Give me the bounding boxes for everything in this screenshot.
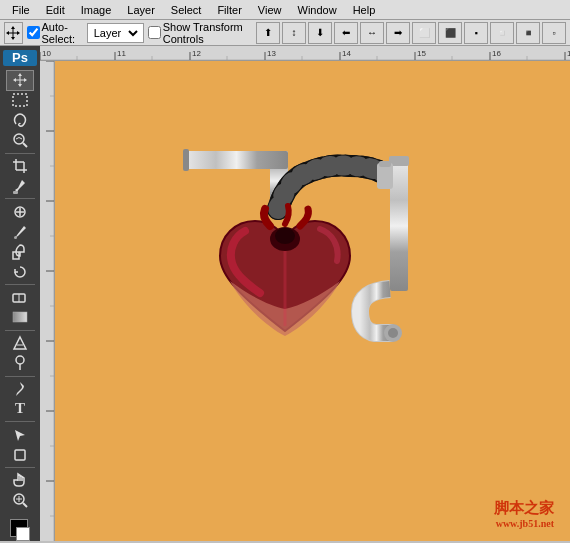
menu-filter[interactable]: Filter [209,2,249,18]
shape-tool[interactable] [7,445,33,464]
distribute-right-button[interactable]: ▫ [542,22,566,44]
svg-rect-74 [379,161,391,167]
svg-text:13: 13 [267,49,276,58]
align-top-button[interactable]: ⬆ [256,22,280,44]
pen-tool[interactable] [7,379,33,398]
watermark-url: www.jb51.net [494,518,554,529]
tool-divider-6 [5,421,35,422]
menu-help[interactable]: Help [345,2,384,18]
dodge-tool[interactable] [7,354,33,373]
align-bottom-button[interactable]: ⬇ [308,22,332,44]
menu-image[interactable]: Image [73,2,120,18]
heart-organ [220,206,350,336]
menu-bar: File Edit Image Layer Select Filter View… [0,0,570,20]
svg-rect-19 [15,450,25,460]
layer-dropdown[interactable]: Layer Group [87,23,144,43]
svg-text:10: 10 [42,49,51,58]
auto-select-group: Auto-Select: [27,21,83,45]
auto-select-label: Auto-Select: [42,21,83,45]
svg-line-21 [23,503,27,507]
move-tool[interactable] [7,71,33,90]
menu-window[interactable]: Window [290,2,345,18]
clone-stamp-tool[interactable] [7,242,33,261]
blur-tool[interactable] [7,334,33,353]
show-transform-group: Show Transform Controls [148,21,252,45]
eyedropper-tool[interactable] [7,176,33,195]
path-selection-tool[interactable] [7,425,33,444]
eraser-tool[interactable] [7,288,33,307]
menu-edit[interactable]: Edit [38,2,73,18]
horizontal-ruler: 10 11 12 13 14 15 16 17 [40,46,570,61]
tool-divider-7 [5,467,35,468]
marquee-tool[interactable] [7,91,33,110]
canvas-content[interactable]: 脚本之家 www.jb51.net [55,61,570,541]
menu-view[interactable]: View [250,2,290,18]
distribute-hcenter-button[interactable]: ◾ [516,22,540,44]
crop-tool[interactable] [7,156,33,175]
tool-divider-5 [5,376,35,377]
watermark: 脚本之家 www.jb51.net [494,499,554,529]
history-brush-tool[interactable] [7,262,33,281]
vertical-ruler [40,61,55,541]
align-hcenter-button[interactable]: ↔ [360,22,384,44]
distribute-left-button[interactable]: ◽ [490,22,514,44]
tool-divider-3 [5,284,35,285]
svg-line-2 [23,143,27,147]
brush-tool[interactable] [7,222,33,241]
svg-text:11: 11 [117,49,126,58]
svg-text:14: 14 [342,49,351,58]
svg-text:16: 16 [492,49,501,58]
svg-rect-49 [40,61,55,541]
watermark-site: 脚本之家 [494,499,554,518]
svg-rect-15 [13,312,27,322]
background-color[interactable] [16,527,30,541]
align-vcenter-button[interactable]: ↕ [282,22,306,44]
distribute-vcenter-button[interactable]: ⬛ [438,22,462,44]
svg-rect-66 [185,151,288,169]
svg-rect-0 [13,94,27,106]
svg-point-76 [275,228,295,244]
hand-tool[interactable] [7,471,33,490]
menu-select[interactable]: Select [163,2,210,18]
ps-logo: Ps [3,50,37,66]
text-tool[interactable]: T [7,399,33,418]
distribute-bottom-button[interactable]: ▪ [464,22,488,44]
svg-text:15: 15 [417,49,426,58]
svg-point-17 [16,356,24,364]
distribute-top-button[interactable]: ⬜ [412,22,436,44]
tool-divider-2 [5,198,35,199]
show-transform-label: Show Transform Controls [163,21,252,45]
align-left-button[interactable]: ⬅ [334,22,358,44]
canvas-wrapper: 脚本之家 www.jb51.net [55,61,570,541]
menu-file[interactable]: File [4,2,38,18]
menu-layer[interactable]: Layer [119,2,163,18]
svg-point-11 [14,236,17,239]
svg-rect-7 [13,191,18,194]
options-bar: Auto-Select: Layer Group Show Transform … [0,20,570,46]
lasso-tool[interactable] [7,111,33,130]
tool-divider-4 [5,330,35,331]
auto-select-checkbox[interactable] [27,26,40,39]
move-tool-options-icon[interactable] [4,22,23,44]
align-right-button[interactable]: ➡ [386,22,410,44]
quick-select-tool[interactable] [7,131,33,150]
zoom-tool[interactable] [7,491,33,510]
show-transform-checkbox[interactable] [148,26,161,39]
svg-point-70 [388,328,398,338]
toolbox: Ps [0,46,40,541]
flex-hose [278,165,383,209]
svg-text:12: 12 [192,49,201,58]
svg-rect-67 [183,149,189,171]
svg-point-1 [14,134,24,144]
tool-divider-1 [5,153,35,154]
heart-illustration [115,91,515,491]
gradient-tool[interactable] [7,308,33,327]
healing-brush-tool[interactable] [7,202,33,221]
layer-select[interactable]: Layer Group [90,26,141,40]
